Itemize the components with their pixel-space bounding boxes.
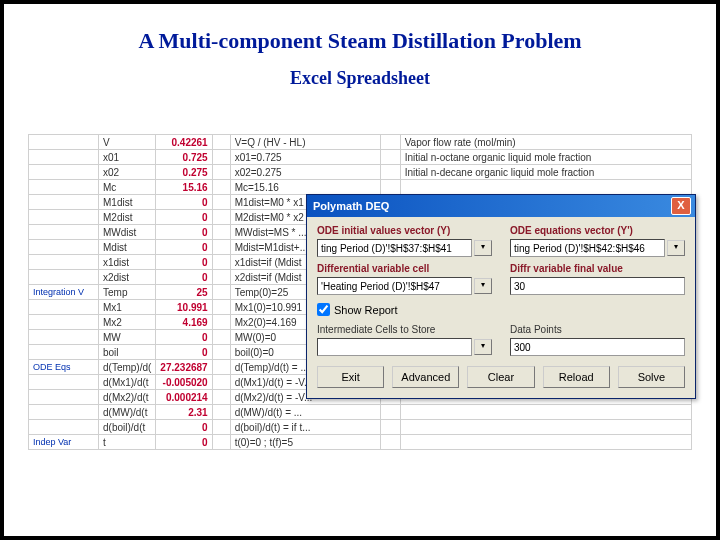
cell[interactable]: 4.169: [156, 315, 212, 330]
table-row[interactable]: d(MW)/d(t2.31d(MW)/d(t) = ...: [29, 405, 692, 420]
cell[interactable]: [400, 405, 691, 420]
cell[interactable]: d(MW)/d(t: [99, 405, 156, 420]
cell[interactable]: [29, 390, 99, 405]
cell[interactable]: [29, 315, 99, 330]
cell[interactable]: M1dist: [99, 195, 156, 210]
input-data-points[interactable]: [510, 338, 685, 356]
input-diff-final[interactable]: [510, 277, 685, 295]
cell[interactable]: Temp: [99, 285, 156, 300]
range-picker-icon[interactable]: ▾: [474, 339, 492, 355]
cell[interactable]: 0: [156, 270, 212, 285]
cell[interactable]: boil: [99, 345, 156, 360]
cell[interactable]: Mx2: [99, 315, 156, 330]
cell[interactable]: 0: [156, 330, 212, 345]
cell[interactable]: V: [99, 135, 156, 150]
cell[interactable]: [29, 165, 99, 180]
cell[interactable]: t(0)=0 ; t(f)=5: [230, 435, 380, 450]
cell[interactable]: [380, 135, 400, 150]
cell[interactable]: [400, 435, 691, 450]
cell[interactable]: d(Mx1)/d(t: [99, 375, 156, 390]
cell[interactable]: d(boil)/d(t: [99, 420, 156, 435]
cell[interactable]: 0: [156, 210, 212, 225]
cell[interactable]: 0: [156, 420, 212, 435]
cell[interactable]: [212, 195, 230, 210]
cell[interactable]: [29, 420, 99, 435]
cell[interactable]: [380, 180, 400, 195]
cell[interactable]: [212, 135, 230, 150]
advanced-button[interactable]: Advanced: [392, 366, 459, 388]
cell[interactable]: [212, 150, 230, 165]
cell[interactable]: [212, 300, 230, 315]
cell[interactable]: [212, 345, 230, 360]
cell[interactable]: [212, 285, 230, 300]
cell[interactable]: 27.232687: [156, 360, 212, 375]
cell[interactable]: 0.725: [156, 150, 212, 165]
cell[interactable]: [380, 165, 400, 180]
cell[interactable]: [29, 255, 99, 270]
table-row[interactable]: d(boil)/d(t0d(boil)/d(t) = if t...: [29, 420, 692, 435]
input-y-vector[interactable]: [317, 239, 472, 257]
cell[interactable]: [29, 375, 99, 390]
cell[interactable]: [380, 435, 400, 450]
table-row[interactable]: Indep Vart0t(0)=0 ; t(f)=5: [29, 435, 692, 450]
input-interm-cells[interactable]: [317, 338, 472, 356]
cell[interactable]: Mc=15.16: [230, 180, 380, 195]
cell[interactable]: 0: [156, 345, 212, 360]
cell[interactable]: Indep Var: [29, 435, 99, 450]
cell[interactable]: [29, 330, 99, 345]
cell[interactable]: x01=0.725: [230, 150, 380, 165]
cell[interactable]: x1dist: [99, 255, 156, 270]
cell[interactable]: x02=0.275: [230, 165, 380, 180]
cell[interactable]: 15.16: [156, 180, 212, 195]
cell[interactable]: 0.275: [156, 165, 212, 180]
cell[interactable]: [212, 225, 230, 240]
cell[interactable]: d(boil)/d(t) = if t...: [230, 420, 380, 435]
cell[interactable]: 0: [156, 225, 212, 240]
cell[interactable]: [212, 420, 230, 435]
cell[interactable]: Initial n-decane organic liquid mole fra…: [400, 165, 691, 180]
cell[interactable]: [212, 240, 230, 255]
cell[interactable]: M2dist: [99, 210, 156, 225]
cell[interactable]: [212, 315, 230, 330]
cell[interactable]: t: [99, 435, 156, 450]
cell[interactable]: [29, 135, 99, 150]
cell[interactable]: d(Temp)/d(: [99, 360, 156, 375]
cell[interactable]: [212, 330, 230, 345]
cell[interactable]: [212, 435, 230, 450]
cell[interactable]: [212, 165, 230, 180]
cell[interactable]: d(MW)/d(t) = ...: [230, 405, 380, 420]
clear-button[interactable]: Clear: [467, 366, 534, 388]
cell[interactable]: 0: [156, 240, 212, 255]
cell[interactable]: [212, 210, 230, 225]
cell[interactable]: [29, 345, 99, 360]
table-row[interactable]: Mc15.16Mc=15.16: [29, 180, 692, 195]
cell[interactable]: x01: [99, 150, 156, 165]
cell[interactable]: [400, 420, 691, 435]
cell[interactable]: Mx1: [99, 300, 156, 315]
range-picker-icon[interactable]: ▾: [474, 240, 492, 256]
cell[interactable]: 10.991: [156, 300, 212, 315]
cell[interactable]: Mc: [99, 180, 156, 195]
table-row[interactable]: V0.42261V=Q / (HV - HL)Vapor flow rate (…: [29, 135, 692, 150]
exit-button[interactable]: Exit: [317, 366, 384, 388]
input-diff-cell[interactable]: [317, 277, 472, 295]
table-row[interactable]: x020.275x02=0.275Initial n-decane organi…: [29, 165, 692, 180]
cell[interactable]: [212, 360, 230, 375]
solve-button[interactable]: Solve: [618, 366, 685, 388]
cell[interactable]: [212, 255, 230, 270]
reload-button[interactable]: Reload: [543, 366, 610, 388]
cell[interactable]: [29, 270, 99, 285]
cell[interactable]: x2dist: [99, 270, 156, 285]
input-yp-vector[interactable]: [510, 239, 665, 257]
table-row[interactable]: x010.725x01=0.725Initial n-octane organi…: [29, 150, 692, 165]
cell[interactable]: [212, 270, 230, 285]
cell[interactable]: [212, 390, 230, 405]
cell[interactable]: -0.005020: [156, 375, 212, 390]
cell[interactable]: [212, 375, 230, 390]
cell[interactable]: Integration V: [29, 285, 99, 300]
cell[interactable]: [29, 210, 99, 225]
cell[interactable]: [380, 420, 400, 435]
cell[interactable]: [212, 405, 230, 420]
cell[interactable]: [29, 240, 99, 255]
cell[interactable]: [29, 150, 99, 165]
